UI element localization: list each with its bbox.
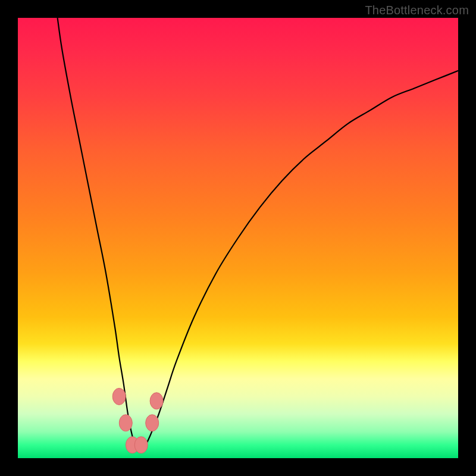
curve-marker: [119, 415, 132, 431]
bottleneck-curve: [58, 18, 458, 450]
curve-marker: [150, 393, 163, 409]
curve-marker: [134, 437, 148, 453]
plot-area: [18, 18, 458, 458]
curve-marker: [112, 388, 126, 405]
curve-markers: [112, 388, 163, 453]
watermark-text: TheBottleneck.com: [365, 4, 469, 17]
curve-marker: [146, 415, 159, 431]
chart-svg: [18, 18, 458, 458]
